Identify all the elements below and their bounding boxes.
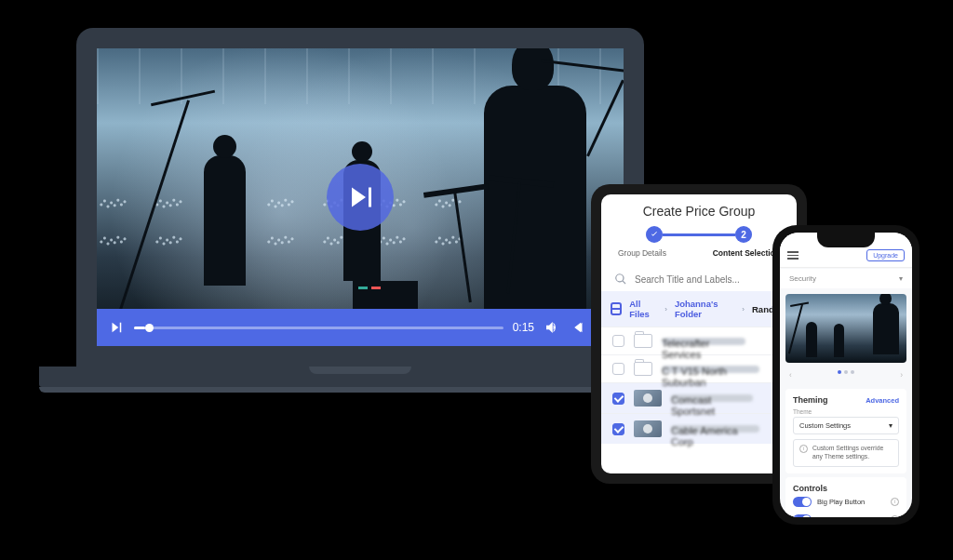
chevron-left-icon[interactable]: ‹ [789, 370, 792, 380]
theme-value: Custom Settings [799, 421, 851, 430]
tablet-screen: Create Price Group 2 Group Details Conte… [601, 194, 797, 473]
file-label: C T V15 North Suburban [662, 366, 759, 373]
security-label: Security [789, 274, 816, 283]
progress-bar[interactable] [134, 327, 503, 329]
carousel-dots[interactable] [838, 370, 854, 380]
theme-field-label: Theme [793, 408, 899, 415]
controls-heading: Controls [793, 484, 827, 493]
current-time: 0:15 [513, 321, 534, 334]
security-dropdown[interactable]: Security ▾ [780, 269, 912, 288]
control-toggle-row: Play/Pause i [793, 511, 899, 517]
toggle-play-pause[interactable] [793, 514, 812, 517]
scene-guitarist [204, 155, 246, 286]
file-label: Cable America Corp [671, 425, 759, 433]
file-label: Telecrafter Services [662, 338, 745, 345]
scene-drummer [873, 303, 899, 354]
phone-device: Upgrade Security ▾ ‹ › Theming Advanced … [772, 225, 919, 525]
info-icon: i [799, 445, 808, 453]
rewind-icon[interactable] [570, 319, 586, 336]
file-row-folder[interactable]: Telecrafter Services [601, 327, 797, 354]
breadcrumb-mid[interactable]: Johanna's Folder [675, 299, 734, 319]
search-row [601, 267, 797, 291]
carousel-dots-row: ‹ › [780, 368, 912, 385]
laptop-base [39, 367, 681, 387]
info-icon[interactable]: i [891, 498, 899, 506]
search-input[interactable] [635, 274, 784, 285]
collapse-icon[interactable] [611, 302, 622, 315]
stepper: 2 [601, 226, 797, 247]
phone-topbar: Upgrade [780, 233, 912, 268]
file-row-video[interactable]: Cable America Corp [601, 413, 797, 444]
chevron-down-icon: ▾ [889, 421, 893, 430]
chevron-right-icon[interactable]: › [900, 370, 903, 380]
step-connector [663, 233, 735, 236]
info-callout: i Custom Settings override any Theme set… [793, 439, 899, 467]
folder-icon [634, 362, 652, 376]
video-controls-bar: 0:15 [97, 309, 624, 346]
big-play-button[interactable] [327, 164, 394, 231]
step-1-done[interactable] [646, 226, 663, 243]
chevron-right-icon: › [664, 305, 667, 313]
checkbox-checked[interactable] [612, 393, 624, 405]
theming-heading: Theming [793, 395, 828, 405]
video-thumbnail-icon [634, 420, 662, 437]
check-icon [650, 230, 659, 239]
theme-select[interactable]: Custom Settings ▾ [793, 417, 899, 434]
checkbox-checked[interactable] [612, 423, 624, 435]
folder-icon [634, 334, 652, 348]
chevron-right-icon: › [742, 305, 745, 313]
scene-guitarist [806, 322, 817, 357]
video-player[interactable]: 0:15 [97, 48, 624, 346]
scene-drummer [484, 86, 586, 309]
search-icon [614, 273, 627, 286]
volume-icon[interactable] [544, 319, 560, 336]
controls-section: Controls Big Play Button i Play/Pause i [785, 477, 906, 517]
advanced-link[interactable]: Advanced [866, 396, 899, 405]
phone-screen: Upgrade Security ▾ ‹ › Theming Advanced … [780, 233, 912, 517]
toggle-big-play[interactable] [793, 497, 812, 507]
step-2-label: Content Selection [713, 248, 780, 258]
step-2-current[interactable]: 2 [735, 226, 752, 243]
scene-singer [834, 324, 844, 357]
info-icon[interactable]: i [891, 515, 899, 517]
play-next-icon[interactable] [108, 319, 125, 336]
laptop-device: 0:15 [76, 28, 644, 387]
step-labels: Group Details Content Selection [601, 247, 797, 267]
video-preview-thumbnail[interactable] [785, 294, 906, 363]
control-label: Big Play Button [812, 498, 891, 506]
control-label: Play/Pause [812, 515, 891, 517]
chevron-down-icon: ▾ [899, 274, 903, 283]
step-1-label: Group Details [618, 248, 666, 258]
hamburger-icon[interactable] [787, 249, 799, 261]
page-title: Create Price Group [601, 194, 797, 226]
upgrade-button[interactable]: Upgrade [866, 249, 905, 261]
laptop-screen: 0:15 [76, 28, 644, 367]
theming-section: Theming Advanced Theme Custom Settings ▾… [785, 389, 906, 473]
video-thumbnail-icon [634, 390, 662, 407]
svg-rect-0 [612, 308, 620, 310]
control-toggle-row: Big Play Button i [793, 493, 899, 511]
checkbox[interactable] [612, 335, 624, 347]
breadcrumb[interactable]: All Files › Johanna's Folder › Random [601, 291, 797, 327]
play-next-icon [343, 180, 377, 214]
breadcrumb-root[interactable]: All Files [629, 299, 657, 319]
scene-mic-stand [788, 304, 803, 354]
file-label: Comcast Sportsnet [671, 394, 753, 402]
info-text: Custom Settings override any Theme setti… [812, 445, 893, 461]
checkbox[interactable] [612, 363, 624, 375]
